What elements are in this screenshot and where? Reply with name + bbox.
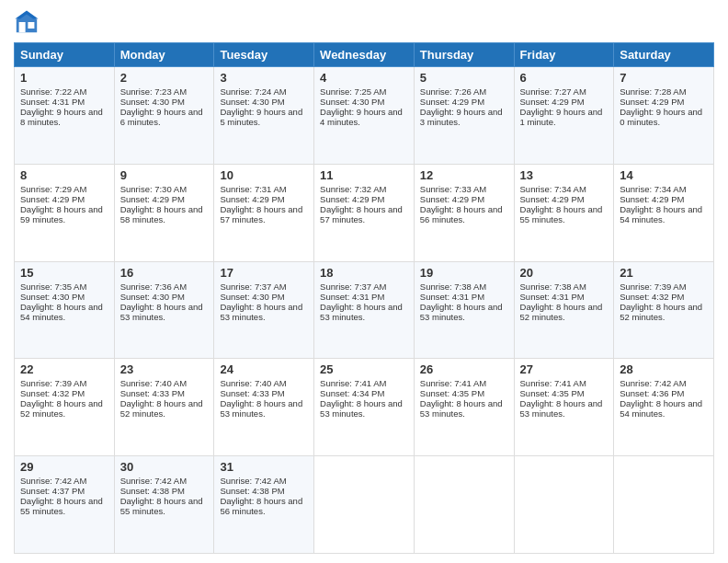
sunset-text: Sunset: 4:36 PM — [620, 388, 708, 398]
calendar-cell: 15Sunrise: 7:35 AMSunset: 4:30 PMDayligh… — [15, 261, 115, 359]
calendar-cell: 24Sunrise: 7:40 AMSunset: 4:33 PMDayligh… — [214, 359, 314, 456]
calendar-cell: 10Sunrise: 7:31 AMSunset: 4:29 PMDayligh… — [214, 164, 314, 261]
daylight-text: Daylight: 8 hours and 53 minutes. — [320, 398, 408, 419]
calendar-cell — [514, 456, 614, 554]
sunrise-text: Sunrise: 7:42 AM — [20, 476, 108, 486]
calendar-cell: 7Sunrise: 7:28 AMSunset: 4:29 PMDaylight… — [614, 67, 714, 165]
calendar-cell — [614, 456, 714, 554]
day-number: 1 — [20, 71, 108, 85]
day-number: 3 — [220, 71, 308, 85]
sunrise-text: Sunrise: 7:38 AM — [520, 282, 609, 292]
calendar-cell — [314, 456, 415, 554]
sunset-text: Sunset: 4:31 PM — [420, 292, 508, 302]
day-number: 5 — [420, 71, 508, 85]
day-number: 23 — [120, 362, 209, 376]
sunrise-text: Sunrise: 7:36 AM — [120, 282, 209, 292]
calendar-cell: 21Sunrise: 7:39 AMSunset: 4:32 PMDayligh… — [614, 261, 714, 359]
sunset-text: Sunset: 4:29 PM — [520, 97, 609, 107]
sunset-text: Sunset: 4:30 PM — [220, 97, 308, 107]
day-number: 14 — [620, 168, 708, 182]
sunset-text: Sunset: 4:31 PM — [520, 292, 609, 302]
day-number: 7 — [620, 71, 708, 85]
daylight-text: Daylight: 9 hours and 8 minutes. — [20, 107, 108, 127]
sunset-text: Sunset: 4:29 PM — [20, 194, 108, 204]
daylight-text: Daylight: 8 hours and 55 minutes. — [520, 204, 609, 224]
weekday-header-row: SundayMondayTuesdayWednesdayThursdayFrid… — [15, 43, 714, 67]
day-number: 13 — [520, 168, 609, 182]
daylight-text: Daylight: 9 hours and 3 minutes. — [420, 107, 508, 127]
calendar-cell: 28Sunrise: 7:42 AMSunset: 4:36 PMDayligh… — [614, 359, 714, 456]
sunrise-text: Sunrise: 7:42 AM — [220, 476, 308, 486]
sunset-text: Sunset: 4:33 PM — [220, 388, 308, 398]
day-number: 24 — [220, 362, 308, 376]
day-number: 28 — [620, 362, 708, 376]
calendar-cell: 19Sunrise: 7:38 AMSunset: 4:31 PMDayligh… — [414, 261, 514, 359]
daylight-text: Daylight: 8 hours and 55 minutes. — [120, 496, 209, 516]
calendar-cell: 13Sunrise: 7:34 AMSunset: 4:29 PMDayligh… — [514, 164, 614, 261]
daylight-text: Daylight: 8 hours and 53 minutes. — [120, 302, 209, 322]
sunset-text: Sunset: 4:29 PM — [520, 194, 609, 204]
daylight-text: Daylight: 9 hours and 5 minutes. — [220, 107, 308, 127]
daylight-text: Daylight: 9 hours and 1 minute. — [520, 107, 609, 127]
sunset-text: Sunset: 4:35 PM — [420, 388, 508, 398]
day-number: 18 — [320, 266, 408, 280]
sunset-text: Sunset: 4:32 PM — [620, 292, 708, 302]
weekday-header-tuesday: Tuesday — [214, 43, 314, 67]
day-number: 8 — [20, 168, 108, 182]
daylight-text: Daylight: 9 hours and 0 minutes. — [620, 107, 708, 127]
sunrise-text: Sunrise: 7:37 AM — [320, 282, 408, 292]
header — [14, 9, 714, 35]
sunrise-text: Sunrise: 7:40 AM — [220, 378, 308, 388]
sunrise-text: Sunrise: 7:33 AM — [420, 184, 508, 194]
sunrise-text: Sunrise: 7:42 AM — [620, 378, 708, 388]
daylight-text: Daylight: 8 hours and 52 minutes. — [120, 398, 209, 419]
sunrise-text: Sunrise: 7:39 AM — [20, 378, 108, 388]
sunset-text: Sunset: 4:30 PM — [20, 292, 108, 302]
day-number: 22 — [20, 362, 108, 376]
day-number: 29 — [20, 460, 108, 474]
daylight-text: Daylight: 8 hours and 52 minutes. — [520, 302, 609, 322]
calendar-cell: 4Sunrise: 7:25 AMSunset: 4:30 PMDaylight… — [314, 67, 415, 165]
calendar-cell: 23Sunrise: 7:40 AMSunset: 4:33 PMDayligh… — [114, 359, 214, 456]
sunset-text: Sunset: 4:32 PM — [20, 388, 108, 398]
sunrise-text: Sunrise: 7:25 AM — [320, 86, 408, 97]
day-number: 17 — [220, 266, 308, 280]
calendar-cell: 20Sunrise: 7:38 AMSunset: 4:31 PMDayligh… — [514, 261, 614, 359]
calendar-cell: 2Sunrise: 7:23 AMSunset: 4:30 PMDaylight… — [114, 67, 214, 165]
weekday-header-sunday: Sunday — [15, 43, 115, 67]
sunrise-text: Sunrise: 7:29 AM — [20, 184, 108, 194]
sunrise-text: Sunrise: 7:28 AM — [620, 86, 708, 97]
sunrise-text: Sunrise: 7:35 AM — [20, 282, 108, 292]
day-number: 11 — [320, 168, 408, 182]
sunset-text: Sunset: 4:33 PM — [120, 388, 209, 398]
sunrise-text: Sunrise: 7:32 AM — [320, 184, 408, 194]
daylight-text: Daylight: 8 hours and 57 minutes. — [320, 204, 408, 224]
calendar-cell: 17Sunrise: 7:37 AMSunset: 4:30 PMDayligh… — [214, 261, 314, 359]
sunrise-text: Sunrise: 7:41 AM — [320, 378, 408, 388]
daylight-text: Daylight: 9 hours and 4 minutes. — [320, 107, 408, 127]
weekday-header-wednesday: Wednesday — [314, 43, 415, 67]
daylight-text: Daylight: 8 hours and 53 minutes. — [320, 302, 408, 322]
day-number: 20 — [520, 266, 609, 280]
page-container: SundayMondayTuesdayWednesdayThursdayFrid… — [0, 0, 728, 563]
calendar-cell: 31Sunrise: 7:42 AMSunset: 4:38 PMDayligh… — [214, 456, 314, 554]
sunrise-text: Sunrise: 7:34 AM — [520, 184, 609, 194]
sunset-text: Sunset: 4:29 PM — [620, 97, 708, 107]
weekday-header-monday: Monday — [114, 43, 214, 67]
day-number: 19 — [420, 266, 508, 280]
sunrise-text: Sunrise: 7:38 AM — [420, 282, 508, 292]
daylight-text: Daylight: 8 hours and 54 minutes. — [620, 204, 708, 224]
sunrise-text: Sunrise: 7:23 AM — [120, 86, 209, 97]
daylight-text: Daylight: 8 hours and 53 minutes. — [220, 302, 308, 322]
sunset-text: Sunset: 4:31 PM — [20, 97, 108, 107]
day-number: 31 — [220, 460, 308, 474]
day-number: 12 — [420, 168, 508, 182]
sunset-text: Sunset: 4:29 PM — [420, 97, 508, 107]
calendar-cell: 9Sunrise: 7:30 AMSunset: 4:29 PMDaylight… — [114, 164, 214, 261]
svg-rect-3 — [28, 22, 34, 29]
day-number: 27 — [520, 362, 609, 376]
daylight-text: Daylight: 8 hours and 53 minutes. — [520, 398, 609, 419]
day-number: 15 — [20, 266, 108, 280]
calendar-cell: 12Sunrise: 7:33 AMSunset: 4:29 PMDayligh… — [414, 164, 514, 261]
calendar-cell: 29Sunrise: 7:42 AMSunset: 4:37 PMDayligh… — [15, 456, 115, 554]
